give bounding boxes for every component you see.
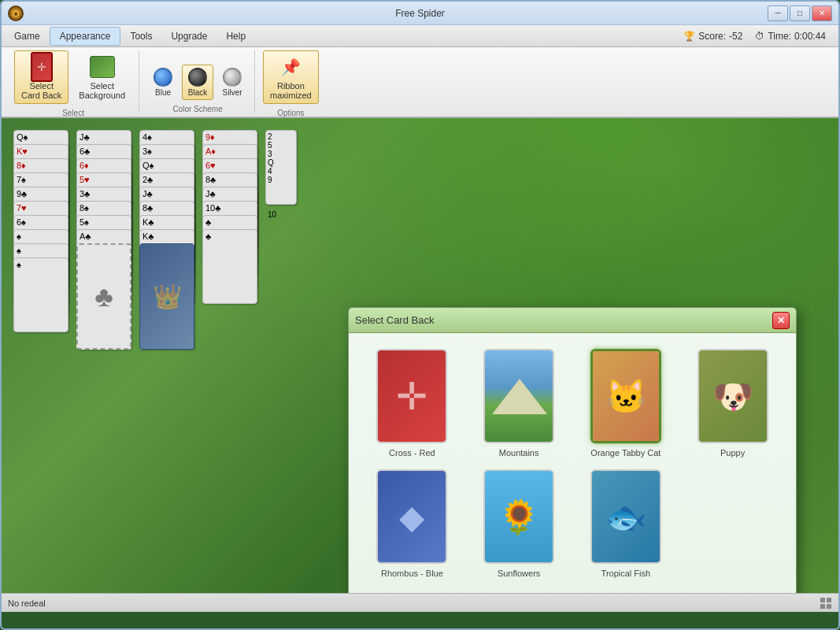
- blue-label: Blue: [155, 88, 171, 97]
- select-background-label: SelectBackground: [79, 81, 125, 100]
- minimize-button[interactable]: ─: [768, 6, 788, 21]
- time-icon: ⏱: [755, 31, 764, 42]
- menu-upgrade[interactable]: Upgrade: [161, 28, 216, 45]
- pin-icon: 📌: [278, 54, 303, 80]
- time-value: 0:00:44: [794, 31, 826, 42]
- rhombus-image: [378, 471, 446, 562]
- status-message: No redeal: [8, 598, 46, 608]
- cat-image: [593, 351, 659, 441]
- card-thumb-cross-red[interactable]: [376, 349, 447, 443]
- dialog-title-bar: Select Card Back ✕: [349, 308, 796, 333]
- window-title: Free Spider: [395, 8, 445, 19]
- score-icon: 🏆: [683, 31, 695, 42]
- title-bar: ♠ Free Spider ─ □ ✕: [2, 2, 838, 25]
- window-frame: ♠ Free Spider ─ □ ✕ Game Appearance Tool…: [0, 0, 840, 630]
- dialog-content: Cross - Red Mountains Orange: [349, 333, 796, 593]
- ribbon: ✛ SelectCard Back SelectBackground Selec…: [2, 47, 838, 118]
- app-icon: ♠: [8, 6, 24, 21]
- silver-sphere-icon: [223, 68, 242, 87]
- card-option-rhombus-blue[interactable]: Rhombus - Blue: [364, 469, 460, 578]
- svg-rect-4: [820, 604, 825, 609]
- dialog-close-button[interactable]: ✕: [772, 312, 790, 329]
- menu-appearance[interactable]: Appearance: [50, 27, 121, 46]
- dialog-title: Select Card Back: [355, 314, 434, 326]
- status-bar: No redeal: [2, 593, 838, 612]
- maximize-button[interactable]: □: [790, 6, 810, 21]
- silver-label: Silver: [223, 88, 242, 97]
- ribbon-color-label: Color Scheme: [172, 102, 222, 113]
- card-back-icon: ✛: [29, 54, 54, 80]
- card-label-orange-tabby: Orange Tabby Cat: [590, 448, 661, 458]
- bg-icon-img: [90, 54, 115, 80]
- select-card-back-label: SelectCard Back: [21, 81, 61, 100]
- menu-help[interactable]: Help: [216, 28, 255, 45]
- card-thumb-tropical-fish[interactable]: [590, 469, 661, 564]
- svg-rect-3: [827, 598, 831, 602]
- color-blue-button[interactable]: Blue: [147, 65, 179, 100]
- score-value: -52: [729, 31, 742, 42]
- mountains-image: [485, 350, 553, 442]
- ribbon-group-select: ✛ SelectCard Back SelectBackground Selec…: [8, 50, 139, 113]
- title-bar-left: ♠: [8, 6, 24, 21]
- info-bar: 🏆 Score: -52 ⏱ Time: 0:00:44: [674, 27, 835, 46]
- score-label: Score:: [698, 31, 726, 42]
- ribbon-options-buttons: 📌 Ribbonmaximized: [263, 50, 319, 106]
- menu-tools[interactable]: Tools: [120, 28, 161, 45]
- ribbon-select-label: Select: [62, 106, 84, 117]
- close-button[interactable]: ✕: [812, 6, 832, 21]
- time-display: ⏱ Time: 0:00:44: [755, 31, 826, 42]
- ribbon-maximized-button[interactable]: 📌 Ribbonmaximized: [263, 50, 319, 104]
- card-label-mountains: Mountains: [499, 448, 539, 458]
- menu-game[interactable]: Game: [5, 28, 50, 45]
- black-label: Black: [188, 88, 207, 97]
- ribbon-color-buttons: Blue Black Silver: [147, 50, 248, 102]
- puppy-image: [699, 350, 767, 442]
- card-option-tropical-fish[interactable]: Tropical Fish: [579, 469, 674, 578]
- svg-rect-5: [827, 604, 831, 609]
- card-thumb-puppy[interactable]: [698, 349, 768, 443]
- title-controls: ─ □ ✕: [768, 6, 832, 21]
- card-label-cross-red: Cross - Red: [389, 448, 435, 458]
- game-area: Q♠ K♥ 8♦ 7♠ 9♣ 7♥ 6♠ ♠ ♠ ♠ J♣ 6♣ 6♦ 5♥ 3…: [2, 118, 840, 593]
- card-option-grid: Cross - Red Mountains Orange: [364, 349, 780, 578]
- score-display: 🏆 Score: -52: [683, 31, 742, 42]
- card-thumb-sunflowers[interactable]: [483, 469, 554, 564]
- card-option-sunflowers[interactable]: Sunflowers: [472, 469, 567, 578]
- card-label-sunflowers: Sunflowers: [498, 569, 540, 578]
- card-thumb-mountains[interactable]: [483, 349, 554, 443]
- select-card-back-button[interactable]: ✛ SelectCard Back: [14, 50, 68, 104]
- select-card-back-dialog: Select Card Back ✕ Cross - Red: [348, 307, 797, 593]
- ribbon-options-label: Options: [277, 106, 304, 117]
- card-option-orange-tabby[interactable]: Orange Tabby Cat: [579, 349, 674, 458]
- grid-icon: [820, 597, 832, 610]
- color-silver-button[interactable]: Silver: [216, 65, 248, 100]
- card-label-puppy: Puppy: [720, 448, 745, 458]
- color-black-button[interactable]: Black: [182, 65, 213, 100]
- time-label: Time:: [768, 31, 791, 42]
- blue-sphere-icon: [154, 68, 172, 87]
- fish-image: [592, 471, 660, 562]
- card-label-tropical-fish: Tropical Fish: [601, 569, 651, 578]
- ribbon-select-buttons: ✛ SelectCard Back SelectBackground: [14, 50, 132, 106]
- card-label-rhombus-blue: Rhombus - Blue: [381, 569, 443, 578]
- ribbon-maximized-label: Ribbonmaximized: [270, 81, 312, 100]
- ribbon-group-options: 📌 Ribbonmaximized Options: [257, 50, 325, 113]
- card-option-mountains[interactable]: Mountains: [472, 349, 567, 458]
- card-thumb-rhombus-blue[interactable]: [376, 469, 447, 564]
- svg-rect-2: [820, 598, 825, 602]
- card-thumb-orange-tabby[interactable]: [590, 349, 661, 443]
- cross-red-image: [378, 350, 446, 442]
- sunflower-image: [485, 471, 553, 562]
- menu-bar: Game Appearance Tools Upgrade Help 🏆 Sco…: [2, 25, 838, 47]
- black-sphere-icon: [188, 68, 207, 87]
- card-option-puppy[interactable]: Puppy: [685, 349, 780, 458]
- ribbon-group-color: Blue Black Silver Color Scheme: [141, 50, 255, 113]
- select-background-button[interactable]: SelectBackground: [72, 50, 132, 104]
- card-option-cross-red[interactable]: Cross - Red: [364, 349, 460, 458]
